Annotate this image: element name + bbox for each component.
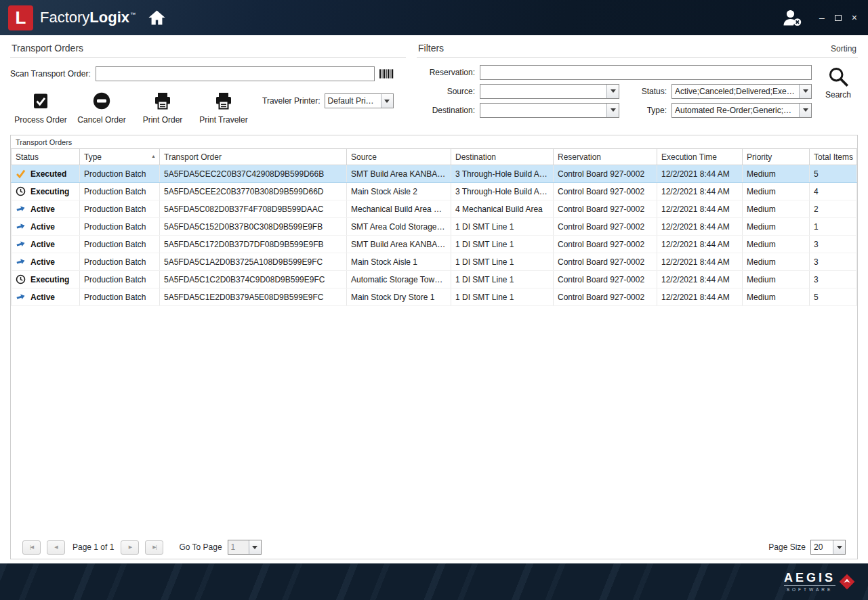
home-icon[interactable] [148, 9, 166, 26]
status-text: Active [30, 205, 55, 214]
column-header-type[interactable]: Type▲ [80, 149, 160, 165]
print-traveler-label: Print Traveler [199, 115, 247, 125]
table-row[interactable]: Active Production Batch 5A5FDA5C1A2D0B37… [12, 253, 857, 271]
previous-page-button[interactable]: ◀ [47, 540, 65, 555]
cell-priority: Medium [743, 200, 810, 218]
cell-type: Production Batch [80, 183, 160, 200]
table-row[interactable]: Active Production Batch 5A5FDA5C082D0B37… [12, 200, 857, 218]
source-select[interactable] [480, 84, 619, 99]
table-row[interactable]: Executing Production Batch 5A5FDA5CEE2C0… [12, 183, 857, 200]
chevron-down-icon[interactable] [606, 85, 619, 98]
cell-reservation: Control Board 927-0002 [554, 288, 657, 306]
status-text: Executed [30, 169, 66, 179]
cell-source: Automatic Storage Tower 1 [347, 271, 451, 288]
column-header-total-items[interactable]: Total Items [810, 149, 857, 165]
process-order-button[interactable]: Process Order [10, 87, 71, 128]
print-order-label: Print Order [143, 115, 183, 125]
table-row[interactable]: Active Production Batch 5A5FDA5C1E2D0B37… [12, 288, 857, 306]
cell-source: SMT Build Area KANBAN 1 [347, 236, 451, 253]
last-page-button[interactable]: ▶| [145, 540, 163, 555]
cell-reservation: Control Board 927-0002 [554, 271, 657, 288]
page-size-label: Page Size [768, 542, 806, 552]
user-logout-icon[interactable] [781, 9, 803, 27]
cell-source: Main Stock Dry Store 1 [347, 288, 451, 306]
table-row[interactable]: Executed Production Batch 5A5FDA5CEC2C0B… [12, 165, 857, 183]
sort-ascending-icon: ▲ [151, 154, 156, 158]
status-text: Active [30, 222, 55, 232]
cell-reservation: Control Board 927-0002 [554, 236, 657, 253]
column-header-priority[interactable]: Priority [743, 149, 810, 165]
goto-page-input[interactable]: 1 [228, 540, 262, 555]
process-order-icon [30, 91, 51, 110]
status-label: Status: [619, 87, 671, 96]
window-controls: – × [819, 13, 860, 22]
cell-source: Main Stock Aisle 1 [347, 253, 451, 271]
cell-transport-order: 5A5FDA5CEC2C0B37C42908D9B599D66B [160, 165, 347, 183]
cell-execution-time: 12/2/2021 8:44 AM [657, 271, 743, 288]
chevron-down-icon[interactable] [799, 104, 811, 117]
type-select[interactable]: Automated Re-Order;Generic;Produc... [671, 103, 812, 118]
cell-destination: 3 Through-Hole Build Area [451, 183, 554, 200]
sorting-link[interactable]: Sorting [831, 44, 856, 53]
column-header-source[interactable]: Source [347, 149, 451, 165]
source-label: Source: [417, 87, 480, 96]
aegis-brand-sub: SOFTWARE [787, 587, 833, 592]
cell-total-items: 4 [810, 183, 857, 200]
chevron-down-icon[interactable] [606, 104, 619, 117]
aegis-diamond-icon [838, 573, 856, 591]
executing-clock-icon [16, 274, 26, 284]
table-row[interactable]: Executing Production Batch 5A5FDA5C1C2D0… [12, 271, 857, 288]
main-content: Transport Orders Scan Transport Order: P… [0, 35, 868, 563]
table-row[interactable]: Active Production Batch 5A5FDA5C152D0B37… [12, 218, 857, 236]
column-header-execution-time[interactable]: Execution Time [657, 149, 743, 165]
app-brand: FactoryLogix™ [40, 9, 136, 26]
table-row[interactable]: Active Production Batch 5A5FDA5C172D0B37… [12, 236, 857, 253]
chevron-down-icon[interactable] [381, 94, 393, 108]
filters-panel: Filters Sorting Reservation: Source: [417, 41, 858, 128]
first-page-button[interactable]: |◀ [22, 540, 41, 555]
destination-select[interactable] [480, 103, 619, 118]
table-header-row: Status Type▲ Transport Order Source Dest… [12, 149, 857, 165]
cell-type: Production Batch [80, 288, 160, 306]
cell-transport-order: 5A5FDA5CEE2C0B3770B308D9B599D66D [160, 183, 347, 200]
source-value [480, 85, 606, 98]
cell-destination: 1 DI SMT Line 1 [451, 218, 554, 236]
print-order-button[interactable]: Print Order [132, 87, 193, 128]
chevron-down-icon[interactable] [799, 85, 811, 98]
column-header-status[interactable]: Status [12, 149, 80, 165]
chevron-down-icon[interactable] [833, 540, 845, 554]
search-button[interactable]: Search [819, 64, 858, 100]
column-header-destination[interactable]: Destination [451, 149, 554, 165]
column-header-reservation[interactable]: Reservation [554, 149, 657, 165]
cell-transport-order: 5A5FDA5C152D0B37B0C308D9B599E9FB [160, 218, 347, 236]
reservation-input[interactable] [480, 65, 812, 80]
print-traveler-icon [213, 91, 234, 110]
cell-total-items: 1 [810, 218, 857, 236]
scan-transport-order-input[interactable] [96, 66, 375, 81]
titlebar: L FactoryLogix™ – × [0, 0, 868, 35]
close-button[interactable]: × [852, 13, 857, 22]
cell-total-items: 3 [810, 236, 857, 253]
chevron-down-icon[interactable] [249, 540, 261, 554]
cell-destination: 4 Mechanical Build Area [451, 200, 554, 218]
print-traveler-button[interactable]: Print Traveler [193, 87, 254, 128]
cell-type: Production Batch [80, 236, 160, 253]
cell-total-items: 5 [810, 288, 857, 306]
cancel-order-button[interactable]: Cancel Order [71, 87, 132, 128]
traveler-printer-select[interactable]: Default Printer [325, 93, 394, 108]
cell-destination: 3 Through-Hole Build Area [451, 165, 554, 183]
factorylogix-logo-icon: L [8, 5, 33, 30]
minimize-button[interactable]: – [819, 13, 825, 22]
page-size-select[interactable]: 20 [810, 540, 846, 555]
maximize-button[interactable] [835, 15, 842, 21]
brand-logix: Logix [89, 9, 129, 26]
column-header-transport-order[interactable]: Transport Order [160, 149, 347, 165]
transport-orders-panel: Transport Orders Scan Transport Order: P… [10, 41, 406, 128]
cell-source: SMT Area Cold Storage R... [347, 218, 451, 236]
transport-panel-title: Transport Orders [12, 43, 83, 53]
cell-type: Production Batch [80, 253, 160, 271]
grid-body: Executed Production Batch 5A5FDA5CEC2C0B… [12, 165, 857, 306]
brand-trademark: ™ [130, 12, 136, 18]
status-select[interactable]: Active;Canceled;Delivered;Executed;E... [671, 84, 812, 99]
next-page-button[interactable]: ▶ [121, 540, 139, 555]
